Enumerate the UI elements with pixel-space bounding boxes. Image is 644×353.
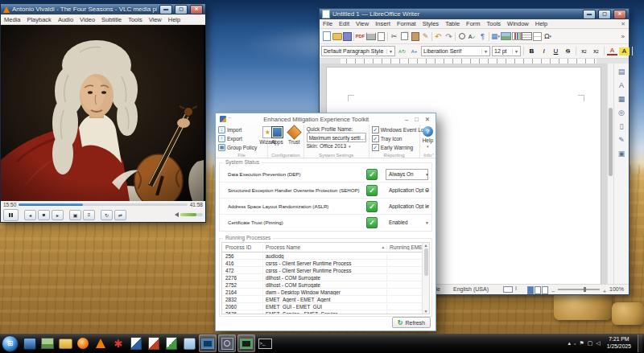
pause-button[interactable] — [3, 209, 19, 221]
taskbar-terminal-icon[interactable]: >_ — [257, 335, 273, 351]
view-layout-icons[interactable] — [527, 286, 549, 294]
process-row[interactable]: 2752dllhost - COM Surrogate — [222, 281, 429, 289]
emet-titlebar[interactable]: ˆ Enhanced Mitigation Experience Toolkit… — [216, 113, 436, 125]
tray-flag-icon[interactable]: ⚑ — [579, 340, 584, 347]
refresh-button[interactable]: ↻ Refresh — [392, 317, 431, 328]
taskbar-file-explorer-icon[interactable] — [57, 335, 73, 351]
process-row[interactable]: 416csrss - Client Server Runtime Process — [222, 260, 429, 267]
insert-image-icon[interactable] — [501, 31, 511, 41]
col-running-emet[interactable]: Running EMET — [387, 244, 425, 250]
writer-menu-insert[interactable]: Insert — [372, 20, 394, 27]
new-document-icon[interactable] — [321, 31, 332, 41]
strikethrough-button[interactable]: S — [563, 47, 573, 56]
page-break-icon[interactable] — [532, 31, 543, 41]
taskbar-magnifier-app-icon[interactable] — [218, 335, 236, 352]
open-icon[interactable] — [332, 31, 342, 41]
language-status[interactable]: English (USA) — [453, 286, 489, 292]
taskbar-impress-icon[interactable] — [146, 335, 162, 351]
vlc-menu-help[interactable]: Help — [165, 16, 184, 23]
italic-button[interactable]: I — [539, 47, 549, 56]
taskbar-calc-icon[interactable] — [163, 335, 180, 351]
paste-icon[interactable] — [410, 31, 420, 41]
volume-icon[interactable] — [175, 212, 179, 217]
align-left-button[interactable] — [635, 47, 644, 56]
zoom-out-icon[interactable]: − — [551, 289, 555, 294]
writer-menu-window[interactable]: Window — [504, 20, 532, 27]
taskbar-red-app-icon[interactable]: ✱ — [110, 335, 126, 351]
seek-bar[interactable] — [19, 203, 187, 206]
insert-textbox-icon[interactable] — [522, 31, 532, 41]
pinning-select[interactable]: Enabled — [389, 220, 429, 225]
export-button[interactable]: ↑Export — [218, 135, 257, 143]
taskbar-settings-app-icon[interactable] — [181, 335, 197, 351]
loop-button[interactable]: ↻ — [101, 210, 113, 220]
dropdown-caret-icon[interactable]: ▼ — [425, 188, 429, 193]
import-button[interactable]: ↓Import — [218, 126, 257, 134]
ribbon-collapse-icon[interactable]: ⌃ — [431, 153, 435, 158]
process-row[interactable]: 2276dllhost - COM Surrogate — [222, 274, 429, 281]
writer-menu-tools[interactable]: Tools — [484, 20, 505, 27]
process-table-scrollbar[interactable]: ▲ ▼ — [422, 243, 429, 314]
emet-close-button[interactable]: ✕ — [422, 116, 431, 123]
process-row[interactable]: 2676EMET_Service - EMET_Service — [222, 310, 429, 314]
paragraph-style-select[interactable]: Default Paragraph Style▼ — [321, 46, 395, 56]
close-document-icon[interactable]: ✕ — [617, 21, 629, 27]
book-view-icon[interactable] — [542, 286, 548, 294]
emet-minimize-button[interactable]: – — [402, 116, 411, 123]
insert-chart-icon[interactable] — [511, 31, 522, 41]
process-row[interactable]: 2060EMET_GUI - EMET_GUI — [222, 303, 429, 310]
writer-titlebar[interactable]: Untitled 1 — LibreOffice Writer ▬ ▢ ✕ — [320, 9, 629, 19]
vlc-menu-video[interactable]: Video — [76, 16, 98, 23]
underline-button[interactable]: U — [551, 47, 561, 56]
vlc-menu-tools[interactable]: Tools — [125, 16, 146, 23]
vlc-minimize-button[interactable]: ▬ — [159, 5, 172, 14]
process-row[interactable]: 256audiodg — [222, 252, 429, 260]
fullscreen-button[interactable]: ▣ — [69, 210, 81, 220]
help-button[interactable]: ? Help▾ — [423, 126, 433, 151]
apps-button[interactable]: Apps — [271, 126, 283, 151]
dep-select[interactable]: Always On — [386, 169, 428, 180]
taskbar-monitor-app-icon[interactable] — [237, 335, 255, 352]
writer-menu-format[interactable]: Format — [394, 20, 419, 27]
emet-window[interactable]: ˆ Enhanced Mitigation Experience Toolkit… — [215, 113, 436, 331]
formatting-marks-icon[interactable]: ¶ — [477, 31, 488, 41]
zoom-slider-knob[interactable] — [584, 287, 586, 292]
extended-settings-button[interactable]: ≡ — [83, 210, 95, 220]
sehop-select[interactable]: Application Opt Out — [389, 187, 429, 193]
skin-select[interactable]: Skin: Office 2013▾ — [307, 143, 366, 149]
highlight-color-button[interactable]: A — [619, 47, 630, 55]
clone-formatting-icon[interactable]: ✎ — [420, 31, 431, 41]
vlc-maximize-button[interactable]: ▢ — [175, 5, 188, 14]
tray-volume-icon[interactable]: ◁ — [596, 340, 600, 347]
taskbar-blue-app-icon[interactable] — [22, 335, 38, 351]
stop-button[interactable]: ■ — [38, 210, 50, 220]
vlc-close-button[interactable]: ✕ — [190, 5, 203, 14]
insert-table-icon[interactable]: ▦▾ — [490, 31, 501, 41]
vlc-menu-subtitle[interactable]: Subtitle — [98, 16, 125, 23]
writer-menu-help[interactable]: Help — [532, 20, 551, 27]
save-icon[interactable] — [342, 31, 353, 41]
single-page-view-icon[interactable] — [527, 286, 534, 294]
col-process-id[interactable]: Process ID — [222, 244, 263, 250]
font-size-select[interactable]: 12 pt▼ — [492, 46, 521, 56]
tray-network-icon[interactable]: ▢ — [588, 340, 593, 347]
process-row[interactable]: 2164dwm - Desktop Window Manager — [222, 289, 429, 296]
show-desktop-button[interactable] — [638, 335, 642, 352]
sidebar-gallery-icon[interactable]: ▦ — [618, 95, 625, 103]
sidebar-properties-icon[interactable]: ▤ — [618, 68, 625, 76]
writer-close-button[interactable]: ✕ — [613, 10, 626, 19]
dropdown-caret-icon[interactable]: ▼ — [425, 172, 429, 177]
print-icon[interactable] — [365, 31, 376, 41]
copy-icon[interactable] — [399, 31, 410, 41]
quick-profile-select[interactable]: Maximum security setti...▼ — [307, 133, 366, 142]
cut-icon[interactable]: ✂ — [389, 31, 399, 41]
sidebar-page-icon[interactable]: ▯ — [620, 122, 624, 130]
vlc-menu-audio[interactable]: Audio — [55, 16, 76, 23]
dropdown-caret-icon[interactable]: ▼ — [425, 204, 429, 209]
update-style-icon[interactable]: A↻ — [397, 47, 407, 56]
windows-event-log-checkbox[interactable]: ✓Windows Event Log — [372, 126, 417, 134]
vlc-menu-media[interactable]: Media — [1, 16, 23, 23]
process-row[interactable]: 472csrss - Client Server Runtime Process — [222, 267, 429, 274]
spellcheck-icon[interactable]: A✓ — [467, 31, 477, 41]
volume-slider[interactable] — [180, 213, 203, 216]
